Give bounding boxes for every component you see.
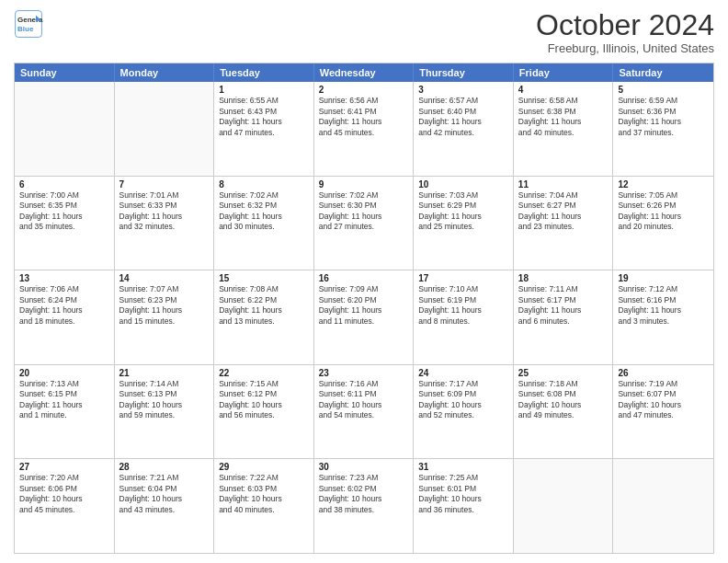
header-day-friday: Friday	[514, 63, 614, 82]
calendar-cell: 16Sunrise: 7:09 AMSunset: 6:20 PMDayligh…	[314, 270, 415, 364]
day-number: 26	[618, 368, 709, 378]
day-number: 20	[19, 368, 109, 378]
cell-info: Sunrise: 7:22 AMSunset: 6:03 PMDaylight:…	[219, 473, 309, 515]
calendar-cell: 27Sunrise: 7:20 AMSunset: 6:06 PMDayligh…	[15, 459, 115, 553]
calendar-cell: 9Sunrise: 7:02 AMSunset: 6:30 PMDaylight…	[314, 177, 415, 270]
logo-icon: General Blue	[14, 9, 43, 39]
cell-info: Sunrise: 7:04 AMSunset: 6:27 PMDaylight:…	[518, 190, 609, 233]
day-number: 14	[119, 273, 210, 283]
cell-info: Sunrise: 7:21 AMSunset: 6:04 PMDaylight:…	[119, 473, 210, 515]
main-title: October 2024	[536, 9, 714, 41]
cell-info: Sunrise: 6:57 AMSunset: 6:40 PMDaylight:…	[418, 96, 508, 138]
header-day-tuesday: Tuesday	[214, 63, 314, 82]
cell-info: Sunrise: 7:05 AMSunset: 6:26 PMDaylight:…	[618, 190, 709, 233]
day-number: 8	[219, 179, 309, 190]
calendar-row-4: 27Sunrise: 7:20 AMSunset: 6:06 PMDayligh…	[15, 458, 713, 553]
day-number: 7	[119, 179, 210, 190]
cell-info: Sunrise: 7:15 AMSunset: 6:12 PMDaylight:…	[219, 379, 309, 421]
calendar-cell: 7Sunrise: 7:01 AMSunset: 6:33 PMDaylight…	[115, 177, 215, 270]
calendar-cell: 26Sunrise: 7:19 AMSunset: 6:07 PMDayligh…	[613, 365, 713, 459]
cell-info: Sunrise: 7:02 AMSunset: 6:30 PMDaylight:…	[319, 190, 409, 233]
cell-info: Sunrise: 6:56 AMSunset: 6:41 PMDaylight:…	[319, 96, 409, 138]
header-day-sunday: Sunday	[15, 63, 115, 82]
day-number: 13	[19, 273, 109, 283]
calendar-row-2: 13Sunrise: 7:06 AMSunset: 6:24 PMDayligh…	[15, 270, 713, 364]
cell-info: Sunrise: 7:06 AMSunset: 6:24 PMDaylight:…	[19, 284, 109, 327]
calendar-cell: 5Sunrise: 6:59 AMSunset: 6:36 PMDaylight…	[613, 82, 713, 176]
calendar-cell: 24Sunrise: 7:17 AMSunset: 6:09 PMDayligh…	[414, 365, 514, 459]
cell-info: Sunrise: 7:11 AMSunset: 6:17 PMDaylight:…	[518, 284, 609, 327]
calendar-cell: 8Sunrise: 7:02 AMSunset: 6:32 PMDaylight…	[214, 177, 314, 270]
cell-info: Sunrise: 7:01 AMSunset: 6:33 PMDaylight:…	[119, 190, 210, 233]
cell-info: Sunrise: 6:59 AMSunset: 6:36 PMDaylight:…	[618, 96, 709, 138]
calendar-cell: 11Sunrise: 7:04 AMSunset: 6:27 PMDayligh…	[514, 177, 614, 270]
calendar-cell: 10Sunrise: 7:03 AMSunset: 6:29 PMDayligh…	[414, 177, 514, 270]
calendar-cell	[514, 459, 614, 553]
day-number: 11	[518, 179, 609, 190]
header-day-saturday: Saturday	[613, 63, 713, 82]
cell-info: Sunrise: 7:20 AMSunset: 6:06 PMDaylight:…	[19, 473, 109, 515]
cell-info: Sunrise: 6:58 AMSunset: 6:38 PMDaylight:…	[518, 96, 609, 138]
calendar-cell: 4Sunrise: 6:58 AMSunset: 6:38 PMDaylight…	[514, 82, 614, 176]
cell-info: Sunrise: 7:19 AMSunset: 6:07 PMDaylight:…	[618, 379, 709, 421]
calendar-cell: 17Sunrise: 7:10 AMSunset: 6:19 PMDayligh…	[414, 270, 514, 364]
calendar: SundayMondayTuesdayWednesdayThursdayFrid…	[14, 63, 714, 554]
day-number: 18	[518, 273, 609, 283]
calendar-cell: 1Sunrise: 6:55 AMSunset: 6:43 PMDaylight…	[214, 82, 314, 176]
day-number: 9	[319, 179, 409, 190]
calendar-cell: 2Sunrise: 6:56 AMSunset: 6:41 PMDaylight…	[314, 82, 415, 176]
calendar-row-3: 20Sunrise: 7:13 AMSunset: 6:15 PMDayligh…	[15, 364, 713, 459]
day-number: 29	[219, 462, 309, 472]
calendar-cell: 12Sunrise: 7:05 AMSunset: 6:26 PMDayligh…	[613, 177, 713, 270]
day-number: 24	[418, 368, 508, 378]
day-number: 19	[618, 273, 709, 283]
day-number: 31	[418, 462, 508, 472]
cell-info: Sunrise: 7:00 AMSunset: 6:35 PMDaylight:…	[19, 190, 109, 233]
cell-info: Sunrise: 7:12 AMSunset: 6:16 PMDaylight:…	[618, 284, 709, 327]
cell-info: Sunrise: 7:10 AMSunset: 6:19 PMDaylight:…	[418, 284, 508, 327]
day-number: 28	[119, 462, 210, 472]
calendar-cell: 15Sunrise: 7:08 AMSunset: 6:22 PMDayligh…	[214, 270, 314, 364]
calendar-cell	[613, 459, 713, 553]
calendar-cell: 22Sunrise: 7:15 AMSunset: 6:12 PMDayligh…	[214, 365, 314, 459]
day-number: 5	[618, 85, 709, 95]
header-day-wednesday: Wednesday	[314, 63, 415, 82]
cell-info: Sunrise: 7:02 AMSunset: 6:32 PMDaylight:…	[219, 190, 309, 233]
header-day-thursday: Thursday	[414, 63, 514, 82]
cell-info: Sunrise: 7:03 AMSunset: 6:29 PMDaylight:…	[418, 190, 508, 233]
day-number: 17	[418, 273, 508, 283]
calendar-cell: 31Sunrise: 7:25 AMSunset: 6:01 PMDayligh…	[414, 459, 514, 553]
calendar-cell: 23Sunrise: 7:16 AMSunset: 6:11 PMDayligh…	[314, 365, 415, 459]
page: General Blue October 2024 Freeburg, Illi…	[0, 0, 728, 563]
calendar-cell: 29Sunrise: 7:22 AMSunset: 6:03 PMDayligh…	[214, 459, 314, 553]
calendar-cell: 3Sunrise: 6:57 AMSunset: 6:40 PMDaylight…	[414, 82, 514, 176]
cell-info: Sunrise: 7:16 AMSunset: 6:11 PMDaylight:…	[319, 379, 409, 421]
day-number: 12	[618, 179, 709, 190]
calendar-row-1: 6Sunrise: 7:00 AMSunset: 6:35 PMDaylight…	[15, 176, 713, 270]
cell-info: Sunrise: 7:23 AMSunset: 6:02 PMDaylight:…	[319, 473, 409, 515]
logo: General Blue	[14, 9, 43, 39]
header: General Blue October 2024 Freeburg, Illi…	[14, 9, 714, 55]
cell-info: Sunrise: 7:13 AMSunset: 6:15 PMDaylight:…	[19, 379, 109, 421]
calendar-cell: 14Sunrise: 7:07 AMSunset: 6:23 PMDayligh…	[115, 270, 215, 364]
cell-info: Sunrise: 7:08 AMSunset: 6:22 PMDaylight:…	[219, 284, 309, 327]
day-number: 10	[418, 179, 508, 190]
calendar-row-0: 1Sunrise: 6:55 AMSunset: 6:43 PMDaylight…	[15, 82, 713, 176]
calendar-cell: 20Sunrise: 7:13 AMSunset: 6:15 PMDayligh…	[15, 365, 115, 459]
day-number: 23	[319, 368, 409, 378]
calendar-header: SundayMondayTuesdayWednesdayThursdayFrid…	[15, 63, 713, 82]
day-number: 15	[219, 273, 309, 283]
cell-info: Sunrise: 6:55 AMSunset: 6:43 PMDaylight:…	[219, 96, 309, 138]
calendar-cell: 28Sunrise: 7:21 AMSunset: 6:04 PMDayligh…	[115, 459, 215, 553]
cell-info: Sunrise: 7:09 AMSunset: 6:20 PMDaylight:…	[319, 284, 409, 327]
calendar-cell	[15, 82, 115, 176]
svg-text:Blue: Blue	[17, 25, 34, 33]
calendar-cell	[115, 82, 215, 176]
day-number: 3	[418, 85, 508, 95]
calendar-cell: 19Sunrise: 7:12 AMSunset: 6:16 PMDayligh…	[613, 270, 713, 364]
calendar-cell: 25Sunrise: 7:18 AMSunset: 6:08 PMDayligh…	[514, 365, 614, 459]
cell-info: Sunrise: 7:25 AMSunset: 6:01 PMDaylight:…	[418, 473, 508, 515]
calendar-cell: 13Sunrise: 7:06 AMSunset: 6:24 PMDayligh…	[15, 270, 115, 364]
day-number: 6	[19, 179, 109, 190]
cell-info: Sunrise: 7:18 AMSunset: 6:08 PMDaylight:…	[518, 379, 609, 421]
